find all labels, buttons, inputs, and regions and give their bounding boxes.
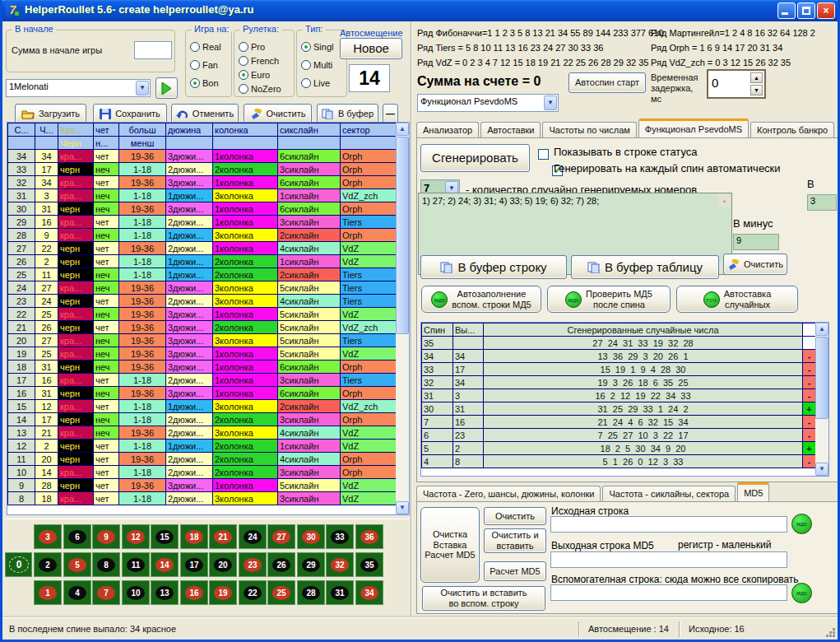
copy-table-button[interactable]: В буфер таблицу — [571, 255, 719, 279]
md5-clear-paste-button[interactable]: Очистить и вставить — [484, 528, 546, 553]
md5-calc-icon[interactable]: МД5 — [791, 514, 812, 534]
md5-helper-button-2[interactable]: МД5Проверить МД5 после спина — [547, 286, 671, 313]
md5-helper-button-3[interactable]: ГСЧАвтоставка случайных — [676, 286, 798, 313]
roulette-cell-25[interactable]: 25 — [267, 580, 295, 605]
radio-nozero[interactable]: NoZero — [239, 81, 281, 95]
roulette-cell-17[interactable]: 17 — [180, 552, 208, 577]
roulette-cell-8[interactable]: 8 — [92, 552, 120, 577]
roulette-cell-21[interactable]: 21 — [209, 524, 237, 549]
roulette-cell-16[interactable]: 16 — [180, 580, 208, 605]
roulette-cell-23[interactable]: 23 — [239, 552, 267, 577]
roulette-cell-31[interactable]: 31 — [326, 580, 354, 605]
md5-clear-paste-helper-button[interactable]: Очистить и вставить во вспом. строку — [422, 586, 545, 611]
cell: 3колонка — [213, 400, 278, 413]
generate-button[interactable]: Сгенерировать — [420, 144, 530, 172]
scroll-thumb[interactable] — [396, 137, 409, 334]
md5-calc-button[interactable]: Расчет MD5 — [484, 561, 546, 581]
delay-spinner[interactable]: 0 ▲ ▼ — [707, 69, 766, 99]
md5-source-input[interactable] — [550, 516, 787, 533]
roulette-cell-11[interactable]: 11 — [122, 552, 150, 577]
roulette-cell-35[interactable]: 35 — [355, 552, 383, 577]
tab-частоты-по-числам[interactable]: Частоты по числам — [542, 122, 636, 138]
spinner-up-icon[interactable]: ▲ — [750, 72, 763, 83]
spinner-down-icon[interactable]: ▼ — [750, 85, 763, 95]
radio-euro[interactable]: Euro — [239, 67, 270, 81]
resize-grip[interactable] — [825, 627, 836, 638]
roulette-cell-34[interactable]: 34 — [355, 580, 383, 605]
roulette-cell-19[interactable]: 19 — [209, 580, 237, 605]
radio-fan[interactable]: Fan — [190, 57, 218, 72]
scroll-down-icon[interactable]: ▼ — [396, 501, 409, 514]
start-sum-input[interactable] — [134, 41, 172, 59]
maximize-icon[interactable] — [797, 2, 815, 19]
roulette-cell-20[interactable]: 20 — [209, 552, 237, 577]
close-icon[interactable]: × — [817, 2, 835, 19]
autospin-start-button[interactable]: Автоспин старт — [569, 72, 646, 93]
roulette-cell-36[interactable]: 36 — [355, 524, 383, 549]
tab-автоставки[interactable]: Автоставки — [480, 122, 541, 138]
roulette-cell-29[interactable]: 29 — [297, 552, 325, 577]
spin-table-scrollbar[interactable]: ▲ ▼ — [815, 323, 828, 476]
roulette-cell-2[interactable]: 2 — [34, 552, 62, 577]
clear-generated-button[interactable]: Очистить — [723, 254, 787, 275]
roulette-cell-15[interactable]: 15 — [151, 524, 179, 549]
roulette-cell-3[interactable]: 3 — [34, 524, 62, 549]
copy-row-button[interactable]: В буфер строку — [420, 255, 567, 279]
scroll-up-icon[interactable]: ▲ — [815, 323, 828, 336]
profile-combo[interactable]: 1Melonati ▼ — [6, 79, 151, 97]
tab-анализатор[interactable]: Анализатор — [416, 122, 479, 138]
radio-french[interactable]: French — [239, 53, 279, 67]
roulette-cell-1[interactable]: 1 — [34, 580, 62, 605]
md5-clear-button[interactable]: Очистить — [484, 507, 546, 525]
radio-bon[interactable]: Bon — [190, 75, 219, 90]
chevron-down-icon[interactable]: ▼ — [136, 81, 149, 95]
roulette-cell-6[interactable]: 6 — [63, 524, 91, 549]
roulette-cell-24[interactable]: 24 — [239, 524, 267, 549]
roulette-cell-26[interactable]: 26 — [267, 552, 295, 577]
roulette-cell-7[interactable]: 7 — [92, 580, 120, 605]
scroll-up-icon[interactable]: ▲ — [718, 194, 731, 207]
roulette-cell-32[interactable]: 32 — [326, 552, 354, 577]
new-offset-button[interactable]: Новое — [340, 38, 402, 59]
md5-helper-button-1[interactable]: МД5Автозаполнение вспом. строки МД5 — [421, 286, 541, 313]
mode-combo[interactable]: Функционал PsevdoMS ▼ — [417, 94, 559, 112]
tab-функционал-psevdoms[interactable]: Функционал PsevdoMS — [638, 119, 749, 138]
scroll-down-icon[interactable]: ▼ — [815, 463, 828, 476]
roulette-cell-10[interactable]: 10 — [122, 580, 150, 605]
radio-real[interactable]: Real — [190, 39, 221, 54]
md5-helper-icon[interactable]: МД5 — [791, 583, 812, 603]
radio-multi[interactable]: Multi — [301, 57, 332, 72]
roulette-cell-0[interactable]: 0 — [5, 552, 32, 577]
tab-md5[interactable]: MD5 — [737, 482, 769, 502]
roulette-cell-9[interactable]: 9 — [92, 524, 120, 549]
roulette-cell-5[interactable]: 5 — [63, 552, 91, 577]
tab-контроль-банкро[interactable]: Контроль банкро — [750, 122, 834, 138]
roulette-cell-28[interactable]: 28 — [297, 580, 325, 605]
play-button[interactable] — [155, 77, 178, 99]
roulette-cell-27[interactable]: 27 — [267, 524, 295, 549]
scroll-thumb[interactable] — [815, 337, 828, 419]
radio-singl[interactable]: Singl — [301, 39, 333, 54]
md5-helper-input[interactable] — [550, 584, 787, 601]
result-cell: 31 — [453, 402, 484, 416]
roulette-cell-13[interactable]: 13 — [151, 580, 179, 605]
md5-output-input[interactable] — [550, 551, 787, 568]
radio-pro[interactable]: Pro — [239, 39, 265, 54]
tab-частота-сиклайны-сектора[interactable]: Частота - сиклайны, сектора — [602, 486, 736, 502]
scroll-up-icon[interactable]: ▲ — [396, 123, 409, 136]
md5-clear-paste-calc-button[interactable]: Очистка Вставка Расчет MD5 — [420, 507, 480, 583]
chevron-down-icon[interactable]: ▼ — [544, 95, 557, 110]
history-scrollbar[interactable]: ▲ ▼ — [396, 123, 409, 514]
roulette-cell-33[interactable]: 33 — [326, 524, 354, 549]
roulette-cell-22[interactable]: 22 — [239, 580, 267, 605]
tab-частота-zero-шансы-дюжины-колонки[interactable]: Частота - Zero, шансы, дюжины, колонки — [416, 486, 601, 502]
minimize-icon[interactable] — [777, 2, 796, 19]
show-status-checkbox[interactable]: ✓ — [538, 149, 549, 160]
number-oval: 5 — [68, 558, 86, 572]
roulette-cell-30[interactable]: 30 — [297, 524, 325, 549]
roulette-cell-4[interactable]: 4 — [63, 580, 91, 605]
roulette-cell-18[interactable]: 18 — [180, 524, 208, 549]
roulette-cell-14[interactable]: 14 — [151, 552, 179, 577]
radio-live[interactable]: Live — [301, 75, 330, 90]
roulette-cell-12[interactable]: 12 — [122, 524, 150, 549]
